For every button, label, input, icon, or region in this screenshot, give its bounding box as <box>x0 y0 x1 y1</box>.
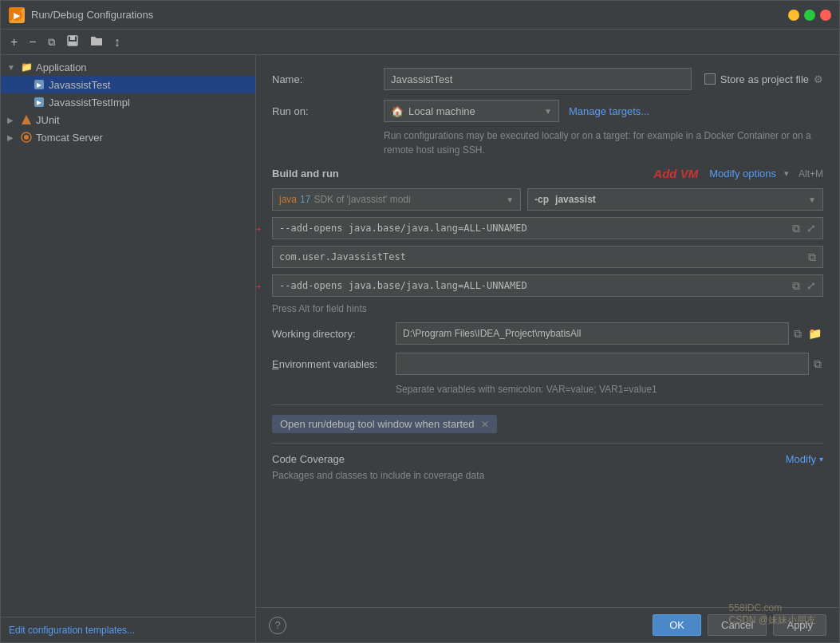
svg-text:▶: ▶ <box>14 11 21 20</box>
sidebar-item-application[interactable]: ▼ 📁 Application <box>1 58 255 76</box>
sidebar-item-tomcat[interactable]: ▶ Tomcat Server <box>1 128 255 146</box>
working-dir-icons: ⧉ 📁 <box>792 325 823 342</box>
copy-icon-3[interactable]: ⧉ <box>791 278 802 294</box>
sdk-detail: SDK of 'javassist' modi <box>314 194 410 205</box>
open-window-label: Open run/debug tool window when started <box>280 418 475 430</box>
junit-label: JUnit <box>36 114 60 126</box>
separator-2 <box>272 443 823 444</box>
maximize-button[interactable] <box>804 10 815 21</box>
dropdown-arrow-icon: ▼ <box>544 107 552 116</box>
vm-options-2-input[interactable] <box>273 275 786 296</box>
expander-icon: ▼ <box>7 63 20 72</box>
env-vars-input[interactable] <box>396 353 809 375</box>
coverage-desc: Packages and classes to include in cover… <box>272 470 823 481</box>
sdk-version: 17 <box>300 194 310 205</box>
javassist-impl-label: JavassistTestImpl <box>49 97 130 108</box>
vm-options-1-row: ⧉ ⤢ <box>272 217 823 239</box>
ok-button[interactable]: OK <box>653 614 701 636</box>
cp-value: javassist <box>555 194 596 205</box>
edit-templates-link[interactable]: Edit configuration templates... <box>9 625 135 636</box>
svg-text:▶: ▶ <box>37 81 42 89</box>
svg-rect-3 <box>70 36 75 40</box>
copy-icon-2[interactable]: ⧉ <box>806 249 818 266</box>
vm-options-1-input[interactable] <box>273 218 786 239</box>
apply-button[interactable]: Apply <box>773 614 826 636</box>
hint-text: Press Alt for field hints <box>272 303 823 314</box>
chip-close-button[interactable]: ✕ <box>481 419 489 430</box>
coverage-header: Code Coverage Modify ▾ <box>272 453 823 465</box>
sidebar: ▼ 📁 Application ▶ JavassistTest <box>1 55 256 642</box>
expand-icon-1[interactable]: ⤢ <box>805 220 818 236</box>
save-button[interactable] <box>63 33 82 51</box>
folder-button[interactable] <box>87 33 106 51</box>
working-dir-label: Working directory: <box>272 328 396 340</box>
sidebar-item-javassist-test[interactable]: ▶ JavassistTest <box>1 76 255 93</box>
env-vars-label-text: E <box>272 358 279 370</box>
section-header: Build and run Add VM Modify options ▾ Al… <box>272 167 823 180</box>
javassist-test-label: JavassistTest <box>49 79 110 91</box>
copy-button[interactable]: ⧉ <box>45 35 58 49</box>
coverage-title: Code Coverage <box>272 453 345 465</box>
vm-options-1-container: → ⧉ ⤢ <box>272 217 823 239</box>
svg-point-11 <box>24 135 29 140</box>
coverage-modify-arrow-icon: ▾ <box>819 455 823 464</box>
remove-button[interactable]: − <box>26 34 39 50</box>
bottom-bar: ? OK Cancel Apply <box>256 607 839 642</box>
expand-icon-2[interactable]: ⤢ <box>805 278 818 294</box>
name-label: Name: <box>272 73 384 85</box>
sdk-dropdown[interactable]: java 17 SDK of 'javassist' modi ▼ <box>272 188 521 211</box>
copy-icon-1[interactable]: ⧉ <box>791 220 802 237</box>
modify-options-link[interactable]: Modify options <box>709 168 776 179</box>
run-on-dropdown[interactable]: 🏠 Local machine ▼ <box>384 100 559 122</box>
working-dir-input[interactable]: D:\Program Files\IDEA_Project\mybatisAll <box>396 322 789 345</box>
modify-options-area: Add VM Modify options ▾ Alt+M <box>653 167 823 180</box>
tomcat-icon <box>20 131 33 144</box>
env-vars-icons: ⧉ <box>812 356 823 373</box>
sidebar-footer: Edit configuration templates... <box>1 617 255 642</box>
run-on-row: Run on: 🏠 Local machine ▼ Manage targets… <box>272 100 823 122</box>
store-project-label: Store as project file <box>720 73 809 85</box>
coverage-modify-link[interactable]: Modify <box>786 453 816 465</box>
sidebar-item-junit[interactable]: ▶ JUnit <box>1 111 255 128</box>
app-icon: ▶ <box>9 7 25 23</box>
open-window-chip: Open run/debug tool window when started … <box>272 415 497 433</box>
vm-options-2-container: → ⧉ ⤢ <box>272 274 823 297</box>
sdk-keyword: java <box>279 194 297 205</box>
working-dir-value: D:\Program Files\IDEA_Project\mybatisAll <box>403 328 581 339</box>
add-button[interactable]: + <box>7 34 21 50</box>
coverage-modify-area: Modify ▾ <box>786 453 823 465</box>
name-input[interactable] <box>384 68 692 90</box>
title-bar: ▶ Run/Debug Configurations <box>1 1 839 30</box>
working-dir-copy-icon[interactable]: ⧉ <box>792 325 803 342</box>
working-dir-row: Working directory: D:\Program Files\IDEA… <box>272 322 823 345</box>
folder-icon: 📁 <box>20 61 33 73</box>
env-vars-copy-icon[interactable]: ⧉ <box>812 356 823 373</box>
name-row: Name: Store as project file ⚙ <box>272 68 823 90</box>
help-button[interactable]: ? <box>269 617 286 634</box>
window-title: Run/Debug Configurations <box>31 9 788 21</box>
add-vm-annotation: Add VM <box>653 167 704 180</box>
env-vars-label: Environment variables: <box>272 358 396 370</box>
main-window: ▶ Run/Debug Configurations + − ⧉ ↕ <box>0 0 840 643</box>
minimize-button[interactable] <box>788 10 799 21</box>
gear-icon[interactable]: ⚙ <box>814 73 823 85</box>
close-button[interactable] <box>820 10 831 21</box>
vm-options-2-icons: ⧉ ⤢ <box>786 278 822 294</box>
main-class-icons: ⧉ <box>802 249 822 266</box>
toolbar: + − ⧉ ↕ <box>1 30 839 55</box>
cp-dropdown[interactable]: -cp javassist ▼ <box>527 188 823 211</box>
build-run-section: Build and run Add VM Modify options ▾ Al… <box>272 167 823 314</box>
sidebar-item-javassist-impl[interactable]: ▶ JavassistTestImpl <box>1 93 255 111</box>
sdk-arrow-icon: ▼ <box>506 195 514 204</box>
main-class-input[interactable] <box>273 247 802 267</box>
manage-targets-link[interactable]: Manage targets... <box>569 105 649 117</box>
right-panel: Name: Store as project file ⚙ Run on: 🏠 … <box>256 55 839 642</box>
cancel-button[interactable]: Cancel <box>708 614 767 636</box>
svg-text:▶: ▶ <box>37 99 42 106</box>
arrow-left-1-icon: → <box>256 219 264 238</box>
sort-button[interactable]: ↕ <box>111 34 124 50</box>
config-panel: Name: Store as project file ⚙ Run on: 🏠 … <box>256 55 839 607</box>
store-project-checkbox[interactable] <box>704 73 716 85</box>
main-content: ▼ 📁 Application ▶ JavassistTest <box>1 55 839 642</box>
working-dir-folder-icon[interactable]: 📁 <box>806 325 823 342</box>
